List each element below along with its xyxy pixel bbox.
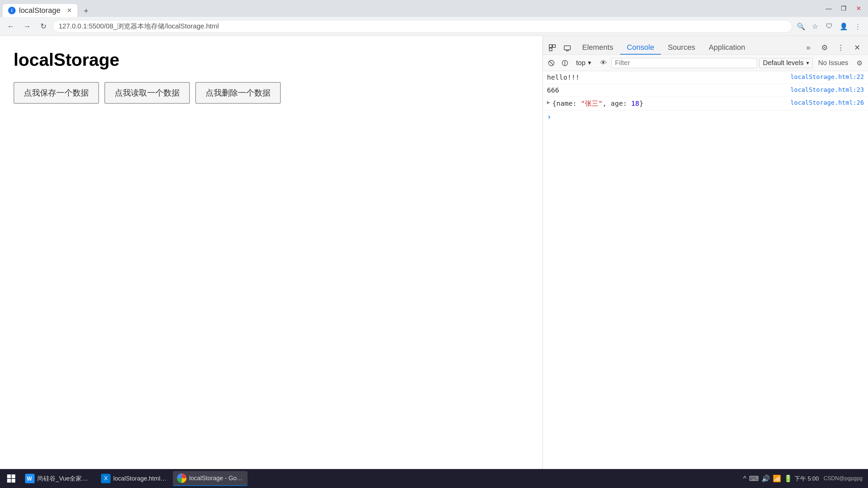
save-data-button[interactable]: 点我保存一个数据 — [14, 82, 99, 104]
tab-sources[interactable]: Sources — [661, 41, 702, 55]
new-tab-button[interactable]: + — [80, 5, 92, 17]
taskbar-word-label: 尚硅谷_Vue全家桶.d... — [37, 474, 92, 483]
taskbar-app-chrome[interactable]: localStorage - Goo... — [173, 471, 248, 486]
expand-object-arrow[interactable]: ▶ — [547, 99, 550, 105]
minimize-button[interactable]: — — [822, 3, 835, 14]
console-output-object: {name: "张三", age: 18} — [552, 99, 791, 108]
main-area: localStorage 点我保存一个数据 点我读取一个数据 点我删除一个数据 — [0, 36, 868, 482]
active-tab[interactable]: localStorage ✕ — [3, 4, 77, 17]
reload-button[interactable]: ↻ — [37, 20, 50, 33]
address-bar: ← → ↻ 127.0.0.1:5500/08_浏览器本地存储/localSto… — [0, 17, 868, 36]
console-output-hello: hello!!! — [547, 73, 790, 81]
taskbar-right: ^ ⌨ 🔊 📶 🔋 下午 5:00 CSDN@pgpgpg — [741, 474, 865, 483]
tab-elements[interactable]: Elements — [575, 41, 620, 55]
shield-icon[interactable]: 🛡 — [823, 20, 835, 33]
console-link-1[interactable]: localStorage.html:22 — [790, 73, 864, 80]
svg-rect-9 — [7, 474, 11, 478]
console-output: hello!!! localStorage.html:22 666 localS… — [543, 71, 868, 482]
title-bar: localStorage ✕ + — ❐ ✕ — [0, 0, 868, 17]
svg-text:W: W — [27, 476, 32, 482]
search-icon[interactable]: 🔍 — [795, 20, 807, 33]
network-icon[interactable]: 📶 — [773, 474, 781, 483]
console-line-2: 666 localStorage.html:23 — [543, 84, 868, 97]
console-cursor-line[interactable]: › — [543, 110, 868, 123]
console-toolbar: top ▼ 👁 Default levels ▾ No Issues ⚙ — [543, 55, 868, 71]
devtools-tabs: Elements Console Sources Application » ⚙… — [543, 36, 868, 55]
delete-data-button[interactable]: 点我删除一个数据 — [195, 82, 281, 104]
address-icons: 🔍 ☆ 🛡 👤 ⋮ — [795, 20, 864, 33]
svg-rect-1 — [553, 45, 555, 47]
bookmark-icon[interactable]: ☆ — [809, 20, 821, 33]
tab-application[interactable]: Application — [702, 41, 752, 55]
taskbar: W 尚硅谷_Vue全家桶.d... X localStorage.html - … — [0, 469, 868, 488]
filter-input[interactable] — [611, 58, 757, 68]
devtools-more-tabs-button[interactable]: » — [802, 41, 815, 55]
tray-caret-icon[interactable]: ^ — [743, 475, 746, 483]
start-button[interactable] — [3, 472, 20, 485]
svg-rect-4 — [566, 50, 568, 51]
close-button[interactable]: ✕ — [852, 3, 865, 14]
csdn-label: CSDN@pgpgpg — [824, 475, 863, 482]
maximize-button[interactable]: ❐ — [837, 3, 850, 14]
issues-indicator: No Issues — [815, 58, 852, 68]
profile-icon[interactable]: 👤 — [837, 20, 850, 33]
console-stop-button[interactable] — [559, 57, 571, 69]
log-levels-dropdown[interactable]: Default levels ▾ — [759, 58, 813, 68]
taskbar-chrome-label: localStorage - Goo... — [189, 475, 243, 482]
browser-window: localStorage ✕ + — ❐ ✕ ← → ↻ 127.0.0.1:5… — [0, 0, 868, 488]
window-controls: — ❐ ✕ — [822, 3, 865, 14]
console-line-3: ▶ {name: "张三", age: 18} localStorage.htm… — [543, 97, 868, 110]
taskbar-app-word[interactable]: W 尚硅谷_Vue全家桶.d... — [21, 471, 96, 486]
eye-icon[interactable]: 👁 — [598, 57, 609, 69]
console-line-1: hello!!! localStorage.html:22 — [543, 71, 868, 84]
keyboard-icon[interactable]: ⌨ — [749, 474, 759, 483]
devtools-settings-button[interactable]: ⚙ — [818, 41, 831, 55]
page-title: localStorage — [14, 49, 529, 70]
system-tray: ^ ⌨ 🔊 📶 🔋 — [743, 474, 792, 483]
svg-rect-12 — [12, 479, 15, 483]
console-link-3[interactable]: localStorage.html:26 — [790, 99, 864, 106]
console-link-2[interactable]: localStorage.html:23 — [790, 86, 864, 93]
url-input[interactable]: 127.0.0.1:5500/08_浏览器本地存储/localStorage.h… — [53, 20, 792, 33]
taskbar-app-vscode[interactable]: X localStorage.html - ... — [97, 471, 172, 486]
svg-rect-11 — [7, 479, 11, 483]
console-settings-button[interactable]: ⚙ — [854, 57, 865, 69]
page-content: localStorage 点我保存一个数据 点我读取一个数据 点我删除一个数据 — [0, 36, 542, 482]
volume-icon[interactable]: 🔊 — [762, 474, 770, 483]
console-cursor-icon: › — [547, 113, 551, 121]
console-clear-button[interactable] — [546, 57, 557, 69]
taskbar-vscode-label: localStorage.html - ... — [113, 475, 167, 482]
tab-favicon — [8, 7, 16, 14]
svg-rect-2 — [549, 48, 552, 51]
button-row: 点我保存一个数据 点我读取一个数据 点我删除一个数据 — [14, 82, 529, 104]
svg-line-6 — [549, 61, 553, 65]
clock: 下午 5:00 — [794, 475, 819, 483]
svg-rect-3 — [564, 46, 570, 50]
devtools-responsive-icon[interactable] — [560, 41, 574, 55]
devtools-more: » ⚙ ⋮ ✕ — [802, 41, 865, 55]
back-button[interactable]: ← — [4, 20, 18, 33]
forward-button[interactable]: → — [20, 20, 34, 33]
context-selector[interactable]: top ▼ — [573, 58, 596, 68]
battery-icon[interactable]: 🔋 — [784, 474, 792, 483]
devtools-inspect-icon[interactable] — [546, 41, 559, 55]
devtools-close-button[interactable]: ✕ — [850, 41, 864, 55]
tab-console[interactable]: Console — [620, 41, 661, 55]
devtools-panel: Elements Console Sources Application » ⚙… — [542, 36, 868, 482]
console-output-666: 666 — [547, 86, 790, 94]
menu-icon[interactable]: ⋮ — [852, 20, 864, 33]
tab-title: localStorage — [19, 6, 60, 15]
tab-bar: localStorage ✕ + — [3, 0, 819, 17]
svg-rect-0 — [549, 45, 552, 47]
tab-close-button[interactable]: ✕ — [67, 7, 72, 14]
read-data-button[interactable]: 点我读取一个数据 — [104, 82, 190, 104]
svg-rect-10 — [12, 474, 15, 478]
devtools-menu-button[interactable]: ⋮ — [834, 41, 848, 55]
time-display: 下午 5:00 — [794, 475, 819, 483]
